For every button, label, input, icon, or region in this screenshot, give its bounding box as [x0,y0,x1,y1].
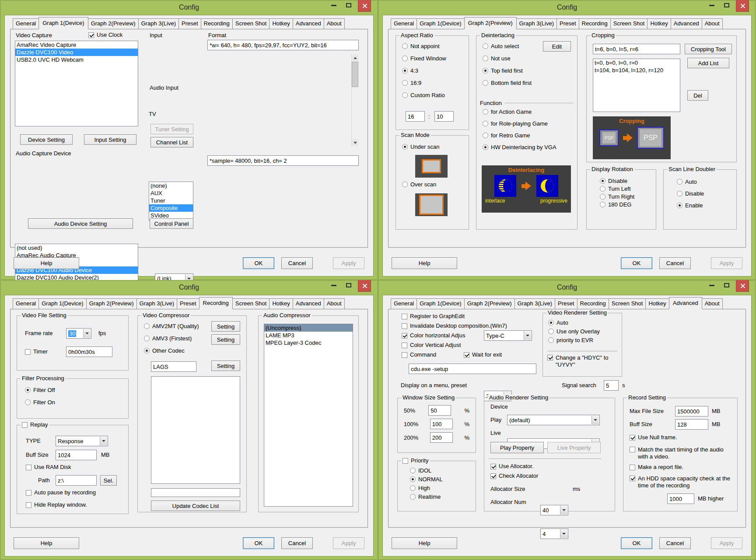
channel-list-button[interactable]: Channel List [150,137,193,147]
radio-option[interactable]: Under scan [402,144,439,150]
window-size-field[interactable]: 100 [430,419,453,429]
radio-option[interactable]: Bottom field first [483,80,532,86]
radio-option[interactable]: priority to EVR [548,337,600,343]
minimize-button[interactable] [328,0,340,10]
radio-option[interactable]: for Action Game [483,108,556,115]
tab[interactable]: Screen Shot [232,298,270,309]
input-setting-button[interactable]: Input Setting [84,134,136,145]
tab[interactable]: Graph 3(Live) [516,18,557,29]
help-button[interactable]: Help [14,537,79,549]
match-timing-checkbox[interactable]: Match the start timing of the audio with… [630,446,730,461]
register-graphedit-checkbox[interactable]: Register to GraphEdit [402,313,465,319]
titlebar[interactable]: Config [378,0,756,15]
ok-button[interactable]: OK [243,537,274,549]
max-file-size-field[interactable]: 1500000 [675,406,708,416]
format-current-field[interactable]: *w= 640, h= 480, fps=29,97, fcc=YUY2, bi… [207,40,359,50]
ok-button[interactable]: OK [243,257,274,269]
change-hdyc-checkbox[interactable]: Change a "HDYC" to "UYVY" [547,354,619,369]
tab[interactable]: Recording [577,298,609,309]
radio-option[interactable]: IDOL [410,467,443,474]
radio-option[interactable]: Other Codec [144,347,199,354]
scroll-up-icon[interactable] [352,54,358,61]
amv2mt-setting-button[interactable]: Setting [211,321,240,332]
color-vertical-checkbox[interactable]: Color Vertical Adjust [402,342,461,348]
help-button[interactable]: Help [392,257,457,269]
radio-option[interactable]: Filter On [25,399,55,406]
radio-option[interactable]: Auto [548,319,600,326]
signal-search-field[interactable]: 5 [604,380,619,391]
amv3-setting-button[interactable]: Setting [211,334,240,345]
codec-listbox[interactable] [151,376,240,484]
dropdown-arrow-icon[interactable] [100,437,107,445]
close-button[interactable] [358,0,371,12]
close-button[interactable] [358,280,371,292]
cancel-button[interactable]: Cancel [659,537,691,549]
titlebar[interactable]: Config [378,280,756,295]
list-item[interactable]: (none) [149,182,193,189]
dropdown-arrow-icon[interactable] [560,506,567,514]
tab[interactable]: Graph 2(Preview) [88,18,139,29]
use-clock-checkbox[interactable]: Use Clock [88,32,122,38]
scrollbar-thumb[interactable] [352,62,358,87]
tab[interactable]: Graph 1(Device) [38,298,86,309]
dropdown-arrow-icon[interactable] [524,331,531,340]
tab[interactable]: About [702,18,723,29]
custom-ratio-h-field[interactable]: 10 [434,111,454,122]
radio-option[interactable]: 16:9 [402,80,446,86]
input-list[interactable]: (none)AUXTunerCompositeSVideo [149,182,193,221]
cropping-list[interactable]: t=0, b=0, l=0, r=0t=104, b=104, l=120, r… [593,59,680,112]
invalidate-desktop-checkbox[interactable]: Invalidate Desktop composition.(Win7) [402,322,507,329]
minimize-button[interactable] [328,280,340,290]
dropdown-arrow-icon[interactable] [592,416,599,424]
edit-button[interactable]: Edit [543,41,571,52]
tab[interactable]: General [13,18,39,29]
audio-compressor-list[interactable]: (Uncompress)LAME MP3MPEG Layer-3 Codec [264,324,353,507]
tab[interactable]: Graph 1(Device) [416,298,464,309]
frame-rate-combo[interactable]: 30 [66,328,91,339]
dropdown-arrow-icon[interactable] [83,329,91,338]
radio-option[interactable]: Top field first [483,67,532,74]
color-horizontal-checkbox[interactable]: Color horizontal Adjus [402,332,465,339]
color-horizontal-combo[interactable]: Type-C [484,330,532,341]
play-device-combo[interactable]: (default) [507,415,600,425]
minimize-button[interactable] [706,280,718,290]
tab[interactable]: Preset [177,298,200,309]
titlebar[interactable]: Config [0,0,378,15]
radio-option[interactable]: Fixed Window [402,55,446,62]
radio-option[interactable]: DIsable [600,178,634,184]
buff-size-field[interactable]: 128 [675,419,708,430]
format-list-scrollbar[interactable] [351,54,358,146]
radio-option[interactable]: 180 DEG [600,201,634,208]
tab[interactable]: About [324,18,345,29]
audio-device-setting-button[interactable]: Audio Device Setting [28,218,133,229]
list-item[interactable]: AmaRec Video Capture [15,41,138,49]
radio-option[interactable]: Auto [677,178,704,185]
del-button[interactable]: Del [687,90,708,101]
radio-option[interactable]: Turn Right [600,193,634,200]
list-item[interactable]: Composite [149,204,193,212]
radio-option[interactable]: Custom Ratio [402,92,446,98]
tab[interactable]: Screen Shot [609,298,646,309]
titlebar[interactable]: Config [0,280,378,295]
tab[interactable]: Preset [556,18,579,29]
tab[interactable]: Advanced [293,18,324,29]
window-size-field[interactable]: 50 [428,405,451,416]
tab[interactable]: About [324,298,345,309]
use-ram-disk-checkbox[interactable]: Use RAM Disk [26,464,71,470]
add-list-button[interactable]: Add List [687,58,729,68]
auto-pause-checkbox[interactable]: Auto pause by recording [26,489,96,496]
type-combo[interactable]: Response [56,436,108,446]
list-item[interactable]: t=104, b=104, l=120, r=120 [593,66,680,74]
path-field[interactable]: z:\ [56,475,97,486]
tab[interactable]: Preset [178,18,201,29]
hdd-space-check-checkbox[interactable]: An HDD space capacity check at the time … [630,475,730,490]
radio-option[interactable]: Turn Left [600,186,634,192]
device-setting-button[interactable]: Device Setting [20,134,73,145]
help-button[interactable]: Help [392,537,457,549]
list-item[interactable]: (not used) [15,244,138,252]
report-file-checkbox[interactable]: Make a report file. [630,464,683,470]
radio-option[interactable]: Disable [677,190,704,197]
maximize-button[interactable] [721,0,732,10]
hdd-space-field[interactable]: 1000 [667,494,694,504]
tab[interactable]: Advanced [669,297,702,309]
